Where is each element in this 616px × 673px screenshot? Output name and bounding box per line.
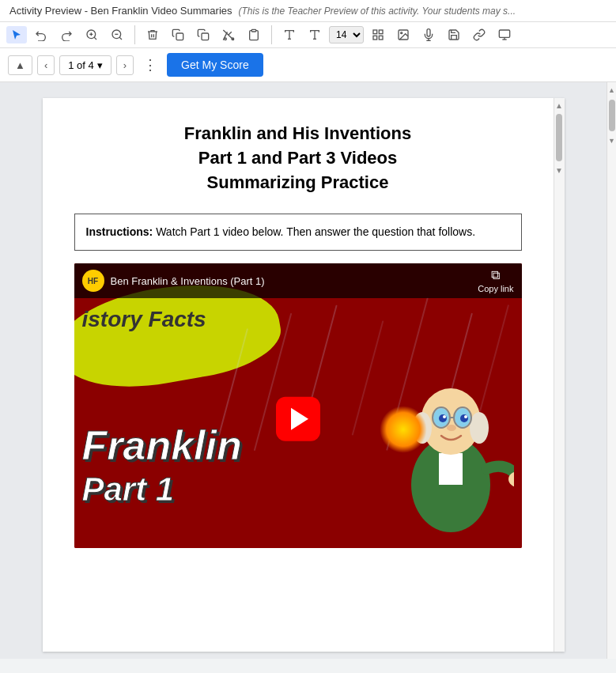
teacher-note: (This is the Teacher Preview of this act… bbox=[239, 6, 516, 17]
cursor-tool-button[interactable] bbox=[6, 26, 27, 43]
svg-rect-19 bbox=[379, 36, 383, 40]
get-score-label: Get My Score bbox=[181, 59, 249, 71]
screen-button[interactable] bbox=[493, 25, 516, 44]
separator-2 bbox=[271, 25, 272, 44]
svg-rect-25 bbox=[499, 30, 509, 37]
page-content: ▲ ▼ Franklin and His Inventions Part 1 a… bbox=[43, 98, 565, 652]
paste-button[interactable] bbox=[243, 25, 265, 44]
activity-title: Activity Preview - Ben Franklin Video Su… bbox=[9, 5, 232, 17]
text-button[interactable] bbox=[278, 25, 300, 44]
content-scroll[interactable]: ▲ ▼ Franklin and His Inventions Part 1 a… bbox=[0, 82, 607, 659]
title-line3: Summarizing Practice bbox=[207, 172, 389, 192]
title-line2: Part 1 and Part 3 Videos bbox=[198, 148, 397, 168]
svg-point-35 bbox=[439, 414, 447, 422]
svg-line-5 bbox=[119, 37, 122, 40]
svg-point-38 bbox=[464, 415, 467, 418]
play-button[interactable] bbox=[276, 397, 320, 441]
page-title: Franklin and His Inventions Part 1 and P… bbox=[74, 122, 533, 195]
rain-line-4 bbox=[351, 321, 384, 436]
outer-scroll-thumb[interactable] bbox=[609, 100, 615, 131]
save-button[interactable] bbox=[443, 25, 465, 44]
redo-button[interactable] bbox=[55, 25, 77, 44]
svg-point-42 bbox=[447, 425, 456, 431]
instructions-text: Watch Part 1 video below. Then answer th… bbox=[153, 225, 475, 238]
svg-rect-12 bbox=[251, 29, 255, 32]
more-options-button[interactable]: ⋮ bbox=[138, 55, 162, 75]
main-area: ▲ ▼ Franklin and His Inventions Part 1 a… bbox=[0, 82, 616, 659]
instructions-box: Instructions: Watch Part 1 video below. … bbox=[74, 214, 522, 251]
copy-link-icon: ⧉ bbox=[491, 268, 500, 282]
video-scene: istory Facts Franklin Part 1 bbox=[74, 263, 522, 548]
svg-rect-7 bbox=[176, 33, 183, 40]
spark-effect bbox=[380, 406, 427, 453]
svg-rect-29 bbox=[439, 453, 463, 485]
zoom-in-button[interactable] bbox=[81, 25, 103, 44]
title-bar: Activity Preview - Ben Franklin Video Su… bbox=[0, 0, 616, 22]
page-indicator[interactable]: 1 of 4 ▾ bbox=[59, 55, 111, 75]
prev-icon: ‹ bbox=[44, 59, 47, 71]
zoom-select[interactable]: 14 12 16 18 bbox=[329, 26, 364, 43]
channel-icon-text: HF bbox=[88, 277, 98, 285]
inner-scrollbar[interactable]: ▲ ▼ bbox=[554, 98, 565, 652]
inner-scroll-down[interactable]: ▼ bbox=[554, 164, 565, 176]
grid-button[interactable] bbox=[367, 25, 389, 44]
part1-text: Part 1 bbox=[82, 471, 175, 509]
page-number-text: 1 of 4 bbox=[68, 59, 94, 71]
link-button[interactable] bbox=[468, 25, 490, 44]
copy-link-button[interactable]: ⧉ Copy link bbox=[478, 268, 513, 293]
svg-rect-20 bbox=[373, 36, 377, 40]
up-arrow-icon: ▲ bbox=[15, 59, 25, 71]
svg-rect-8 bbox=[202, 33, 209, 40]
play-triangle-icon bbox=[291, 408, 308, 430]
next-icon: › bbox=[123, 59, 127, 71]
nav-bar: ▲ ‹ 1 of 4 ▾ › ⋮ Get My Score bbox=[0, 48, 616, 82]
franklin-big-text: Franklin bbox=[82, 422, 242, 469]
video-header: HF Ben Franklin & Inventions (Part 1) ⧉ … bbox=[74, 263, 522, 298]
duplicate-button[interactable] bbox=[167, 25, 189, 44]
copy-link-label: Copy link bbox=[478, 284, 513, 293]
video-container[interactable]: HF Ben Franklin & Inventions (Part 1) ⧉ … bbox=[74, 263, 522, 548]
svg-point-36 bbox=[460, 414, 468, 422]
outer-scrollbar[interactable]: ▲ ▼ bbox=[607, 82, 616, 659]
text2-button[interactable] bbox=[304, 25, 326, 44]
copy-button[interactable] bbox=[192, 25, 214, 44]
svg-line-1 bbox=[94, 37, 96, 40]
svg-rect-17 bbox=[373, 30, 377, 34]
channel-icon: HF bbox=[82, 270, 104, 292]
more-icon: ⋮ bbox=[143, 57, 157, 73]
inner-scroll-up[interactable]: ▲ bbox=[554, 100, 565, 111]
zoom-out-button[interactable] bbox=[106, 25, 128, 44]
get-score-button[interactable]: Get My Score bbox=[167, 53, 263, 77]
svg-point-22 bbox=[401, 32, 402, 34]
svg-point-37 bbox=[443, 415, 446, 418]
page-dropdown-icon: ▾ bbox=[97, 59, 103, 71]
undo-button[interactable] bbox=[30, 25, 52, 44]
separator-1 bbox=[134, 25, 135, 44]
history-facts-text: istory Facts bbox=[82, 307, 206, 332]
delete-button[interactable] bbox=[142, 25, 164, 44]
outer-scroll-up[interactable]: ▲ bbox=[607, 84, 617, 96]
go-up-button[interactable]: ▲ bbox=[8, 55, 32, 75]
image-button[interactable] bbox=[392, 25, 414, 44]
svg-point-32 bbox=[470, 412, 489, 444]
cut-button[interactable] bbox=[217, 25, 240, 44]
outer-scroll-down[interactable]: ▼ bbox=[607, 134, 617, 147]
prev-page-button[interactable]: ‹ bbox=[37, 55, 55, 75]
svg-rect-18 bbox=[379, 30, 383, 34]
toolbar: 14 12 16 18 bbox=[0, 22, 616, 48]
instructions-label: Instructions: bbox=[86, 225, 153, 238]
inner-scroll-thumb[interactable] bbox=[556, 114, 562, 161]
title-line1: Franklin and His Inventions bbox=[184, 123, 411, 143]
video-title: Ben Franklin & Inventions (Part 1) bbox=[111, 275, 472, 287]
next-page-button[interactable]: › bbox=[116, 55, 134, 75]
mic-button[interactable] bbox=[418, 25, 440, 44]
